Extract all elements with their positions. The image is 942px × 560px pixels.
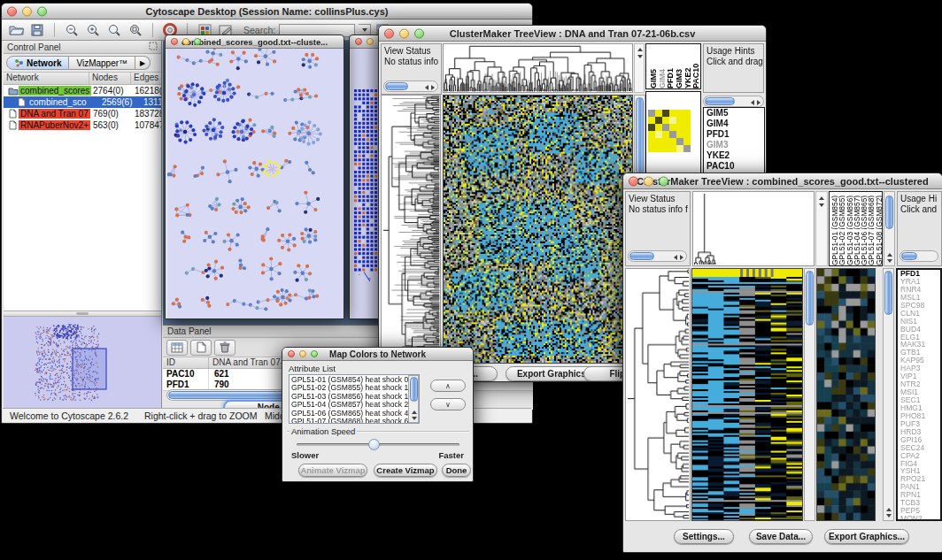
heatmap-vscrollbar[interactable] [804,268,815,521]
network-window1-title-bar[interactable]: combined_scores_good.txt--cluste... [166,35,344,49]
done-button[interactable]: Done [442,464,471,477]
view-status-panel: View Status No status info f [381,43,442,95]
new-attribute-icon[interactable] [190,340,212,356]
zoom-button[interactable] [37,6,47,16]
network-table-row[interactable]: RNAPuberNov2+563(0)107847(0) [4,119,161,131]
labels-vscrollbar[interactable] [884,191,895,266]
tab-vizmapper[interactable]: VizMapper™ [69,56,135,70]
main-title-bar[interactable]: Cytoscape Desktop (Session Name: collins… [2,4,532,19]
delete-attribute-icon[interactable] [214,340,236,356]
column-label: GIM3 [675,44,683,88]
close-button[interactable] [288,350,295,357]
dendrogram-corner-strip [634,43,645,93]
similarity-matrix-canvas[interactable] [648,110,691,152]
gene-label[interactable]: PAC10 [704,161,764,172]
zoom-button[interactable] [414,28,424,38]
view-status-hscrollbar[interactable] [628,250,687,262]
zoom-heatmap-canvas[interactable] [816,268,876,521]
gene-label[interactable]: PFD1 [704,129,764,140]
gene-label[interactable]: YKE2 [704,150,764,161]
zoom-button[interactable] [659,176,668,186]
treeview1-title-bar[interactable]: ClusterMaker TreeView : DNA and Tran 07-… [379,26,766,42]
dialog-title: Map Colors to Network [329,349,426,359]
view-status-message: No status info f [384,57,438,67]
network-table-row[interactable]: combined_sco2569(6)13112(15) [4,96,161,108]
zoom-button[interactable] [311,350,318,357]
usage-hints-hscrollbar[interactable] [900,250,938,262]
tab-network[interactable]: Network [6,56,69,70]
attribute-list-box[interactable]: GPL51-01 (GSM854) heat shock 05 minGPL51… [289,374,420,424]
treeview1-title: ClusterMaker TreeView : DNA and Tran 07-… [450,28,696,39]
create-vizmap-button[interactable]: Create Vizmap [374,464,437,477]
network-table-row[interactable]: combined_scores2764(0)16218(0) [4,85,161,96]
tabs-overflow-button[interactable]: ▶ [135,56,151,70]
treeview2-window: ClusterMaker TreeView : combined_scores_… [622,173,942,553]
attribute-list-item[interactable]: GPL51-07 (GSM868) heat shock 60 min [290,418,408,424]
zoom-in-icon[interactable] [84,22,102,38]
zoom-vscrollbar[interactable] [883,268,894,521]
gene-label[interactable]: GIM3 [704,140,764,150]
usage-hints-hscrollbar[interactable] [703,96,764,107]
save-data-button[interactable]: Save Data... [749,529,813,544]
move-down-button[interactable]: ∨ [430,398,466,410]
column-labels: GPL51-01 (GSM854)GPL51-02 (GSM855)GPL51-… [830,192,882,265]
minimize-button[interactable] [299,350,306,357]
heatmap-canvas[interactable] [443,95,633,364]
zoom-fit-icon[interactable] [105,22,123,38]
slider-min-label: Slower [291,450,319,460]
usage-hints-message: Click and drag to [706,57,761,67]
close-button[interactable] [384,28,394,38]
slider-thumb[interactable] [368,439,380,450]
animate-vizmap-button[interactable]: Animate Vizmap [298,464,367,477]
close-button[interactable] [355,38,362,45]
attribute-list-label: Attribute List [289,364,336,373]
view-status-hscrollbar[interactable] [383,81,438,92]
move-up-button[interactable]: ∧ [430,380,466,392]
minimize-button[interactable] [367,38,374,45]
network-canvas-clusters[interactable] [167,49,344,318]
treeview2-title-bar[interactable]: ClusterMaker TreeView : combined_scores_… [623,173,942,189]
treeview2-title: ClusterMaker TreeView : combined_scores_… [637,176,928,187]
close-button[interactable] [171,38,178,45]
heatmap-canvas[interactable] [691,268,803,521]
settings-button[interactable]: Settings... [674,529,734,544]
gene-label[interactable]: GIM4 [704,119,764,129]
open-folder-icon[interactable] [7,22,25,38]
dialog-title-bar[interactable]: Map Colors to Network [282,348,473,361]
column-dendrogram-canvas[interactable] [443,43,633,93]
minimize-button[interactable] [399,28,409,38]
float-panel-icon[interactable] [149,42,158,52]
zoom-selected-icon[interactable] [127,22,144,38]
gene-list-panel: PFD1YRA1RNR4MSL1SPC98CLN1NIS1BUD4ELG1MAK… [896,268,942,521]
row-dendrogram-canvas[interactable] [625,268,691,521]
gene-label[interactable]: GIM5 [704,108,764,119]
birds-eye-canvas[interactable] [4,317,161,410]
save-icon[interactable] [28,22,46,38]
gene-label[interactable]: MON2 [898,515,940,521]
network-table-row[interactable]: DNA and Tran 07769(0)183728(0) [4,108,161,119]
zoom-button[interactable] [194,38,201,45]
network-tab-icon [14,58,24,67]
gene-list: PFD1YRA1RNR4MSL1SPC98CLN1NIS1BUD4ELG1MAK… [898,270,940,521]
close-button[interactable] [629,176,638,186]
slider-max-label: Faster [438,450,464,460]
row-dendrogram-canvas[interactable] [381,95,441,364]
close-button[interactable] [7,6,17,16]
export-graphics-button[interactable]: Export Graphics... [824,529,909,544]
attribute-list-vscrollbar[interactable] [408,375,419,423]
column-labels-panel: GIM5GIM4PFD1GIM3YKE2PAC10 [645,43,701,89]
select-attributes-icon[interactable] [166,340,188,356]
column-label: GPL51-04 (GSM857) [853,192,860,265]
minimize-button[interactable] [22,6,32,16]
column-dendrogram-canvas[interactable] [692,191,815,266]
view-status-title: View Status [629,194,687,204]
birds-eye-view[interactable] [4,317,161,410]
usage-hints-panel: Usage Hints Click and drag to [703,43,764,93]
column-label: GPL51-02 (GSM855) [838,192,845,265]
minimize-button[interactable] [182,38,189,45]
toolbar-separator [152,23,153,37]
panel-splitter[interactable] [4,311,161,317]
folder-icon [7,87,19,96]
minimize-button[interactable] [644,176,653,186]
zoom-out-icon[interactable] [63,22,81,38]
